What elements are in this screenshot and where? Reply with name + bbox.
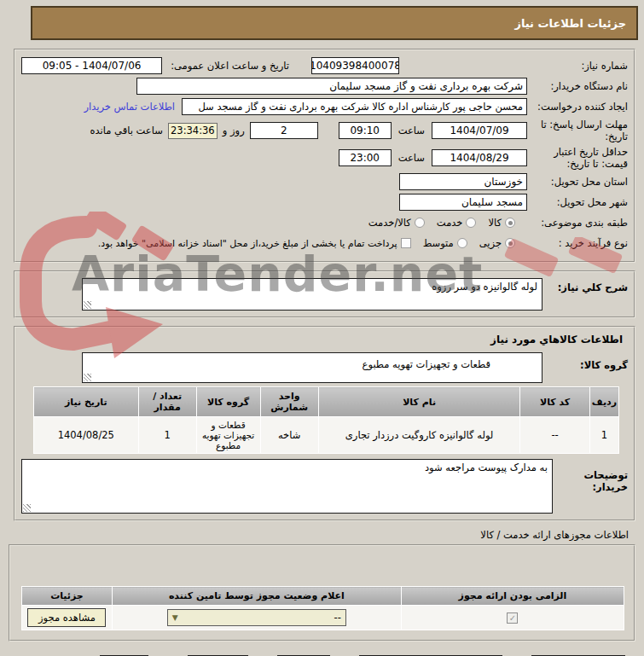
column-header-unit[interactable]: واحد شمارش: [260, 387, 318, 417]
permits-section-title: اطلاعات مجوزهای ارائه خدمت / کالا: [0, 529, 629, 541]
column-header-code[interactable]: کد کالا: [520, 387, 589, 417]
goods-group-label: گروه کالا:: [542, 352, 628, 371]
need-number-label: شماره نیاز:: [527, 60, 628, 72]
classification-service-radio[interactable]: [466, 218, 476, 228]
column-header-radif[interactable]: ردیف: [589, 387, 618, 417]
column-header-permit-details[interactable]: جزئیات: [22, 587, 113, 606]
column-header-permit-required[interactable]: الزامی بودن ارائه مجوز: [401, 587, 624, 606]
column-header-name[interactable]: نام کالا: [318, 387, 520, 417]
process-minor-label: جزیی: [479, 237, 502, 249]
requester-value[interactable]: محسن حاجی پور کارشناس اداره کالا شرکت به…: [182, 98, 527, 115]
cell-qty: 1: [138, 417, 196, 454]
validity-hour-label: ساعت: [398, 152, 425, 164]
time-remaining-value: 23:34:36: [168, 123, 218, 139]
classification-label: طبقه بندی موضوعی:: [527, 217, 628, 229]
deadline-time-value[interactable]: 09:10: [339, 122, 392, 139]
cell-unit: شاخه: [260, 417, 318, 454]
goods-table: ردیف کد کالا نام کالا واحد شمارش گروه کا…: [33, 386, 619, 454]
column-header-permit-status[interactable]: اعلام وضعیت مجوز توسط تامین کننده: [112, 587, 401, 606]
classification-row: طبقه بندی موضوعی: کالا خدمت کالا/خدمت: [21, 213, 628, 232]
buyer-contact-link[interactable]: اطلاعات تماس خریدار: [84, 101, 175, 113]
need-description-panel: شرح کلي نیاز: لوله گالوانیزه دو سر رزوه: [14, 270, 635, 318]
purchase-process-row: نوع فرآیند خرید : جزیی متوسط پرداخت تمام…: [21, 234, 628, 253]
requester-row: ایجاد کننده درخواست: محسن حاجی پور کارشن…: [21, 97, 628, 116]
response-deadline-label: مهلت ارسال پاسخ: تا تاریخ:: [527, 119, 628, 143]
classification-goods-radio[interactable]: [505, 218, 515, 228]
cell-date: 1404/08/25: [34, 417, 139, 454]
permits-table: الزامی بودن ارائه مجوز اعلام وضعیت مجوز …: [21, 586, 624, 630]
province-value[interactable]: خوزستان: [399, 173, 527, 190]
buyer-org-row: نام دستگاه خریدار: شرکت بهره برداری نفت …: [21, 77, 628, 96]
response-deadline-row: مهلت ارسال پاسخ: تا تاریخ: 1404/07/09 سا…: [21, 118, 628, 143]
need-description-label: شرح کلي نیاز:: [542, 278, 628, 293]
price-validity-row: حداقل تاریخ اعتبار قیمت: تا تاریخ: 1404/…: [21, 145, 628, 171]
cell-name: لوله گالوانیزه کاروگیت درزدار تجاری: [318, 417, 520, 454]
province-label: استان محل تحویل:: [527, 176, 628, 188]
city-value[interactable]: مسجد سلیمان: [399, 194, 527, 211]
cell-group: قطعات و تجهیزات تهویه مطبوع: [196, 417, 260, 454]
process-minor-radio[interactable]: [505, 238, 515, 248]
column-header-qty[interactable]: تعداد / مقدار: [138, 387, 196, 417]
purchase-process-label: نوع فرآیند خرید :: [527, 237, 628, 249]
process-medium-label: متوسط: [423, 237, 454, 249]
window-title-text: جزئیات اطلاعات نیاز: [514, 17, 626, 30]
goods-section-title: اطلاعات کالاهاي مورد نیاز: [21, 334, 623, 345]
buyer-notes-label: توضیحات خریدار:: [553, 459, 628, 494]
need-number-row: شماره نیاز: 1104093984000786 تاریخ و ساع…: [21, 56, 628, 75]
window-title: جزئیات اطلاعات نیاز: [31, 6, 638, 40]
days-label: روز و: [223, 125, 245, 136]
announce-datetime-value[interactable]: 1404/07/06 - 09:05: [21, 57, 162, 74]
process-medium-radio[interactable]: [457, 238, 467, 248]
province-row: استان محل تحویل: خوزستان: [21, 172, 628, 191]
validity-time-value[interactable]: 23:00: [339, 149, 392, 166]
city-label: شهر محل تحویل:: [527, 196, 628, 208]
goods-table-header-row: ردیف کد کالا نام کالا واحد شمارش گروه کا…: [34, 387, 619, 417]
need-number-value[interactable]: 1104093984000786: [311, 57, 399, 74]
column-header-group[interactable]: گروه کالا: [196, 387, 260, 417]
announce-datetime-label: تاریخ و ساعت اعلان عمومی:: [171, 60, 289, 72]
buyer-org-label: نام دستگاه خریدار:: [527, 80, 628, 92]
time-remaining-label: ساعت باقي مانده: [90, 125, 163, 136]
classification-service-label: خدمت: [437, 217, 463, 229]
goods-info-panel: اطلاعات کالاهاي مورد نیاز گروه کالا: قطع…: [14, 326, 635, 521]
deadline-hour-label: ساعت: [398, 125, 425, 136]
permit-status-value: --: [334, 612, 341, 624]
treasury-note: پرداخت تمام یا بخشی از مبلغ خرید،از محل …: [98, 238, 397, 249]
city-row: شهر محل تحویل: مسجد سلیمان: [21, 193, 628, 212]
classification-goods-service-radio[interactable]: [415, 218, 425, 228]
column-header-date[interactable]: تاریخ نیاز: [34, 387, 139, 417]
classification-goods-service-label: کالا/خدمت: [368, 217, 411, 229]
goods-table-row[interactable]: 1 -- لوله گالوانیزه کاروگیت درزدار تجاری…: [34, 417, 619, 454]
requester-label: ایجاد کننده درخواست:: [527, 101, 628, 113]
chevron-down-icon: ▼: [172, 613, 178, 622]
permit-required-checkbox[interactable]: ✓: [507, 612, 518, 624]
classification-goods-label: کالا: [488, 217, 502, 229]
need-description-textarea[interactable]: لوله گالوانیزه دو سر رزوه: [82, 278, 542, 311]
permits-panel: الزامی بودن ارائه مجوز اعلام وضعیت مجوز …: [9, 544, 635, 641]
need-info-panel: شماره نیاز: 1104093984000786 تاریخ و ساع…: [14, 49, 635, 263]
permit-status-select[interactable]: -- ▼: [167, 609, 346, 626]
cell-radif: 1: [589, 417, 618, 454]
cell-code: --: [520, 417, 589, 454]
goods-group-textarea[interactable]: قطعات و تجهیزات تهویه مطبوع: [82, 352, 542, 383]
treasury-checkbox[interactable]: [401, 238, 411, 248]
view-permit-button[interactable]: مشاهده مجوز: [27, 608, 106, 627]
permits-row: ✓ -- ▼ مشاهده مجوز: [22, 606, 624, 630]
buyer-notes-textarea[interactable]: به مدارک پیوست مراجعه شود: [21, 459, 553, 514]
days-remaining-value[interactable]: 2: [250, 122, 318, 139]
buyer-org-value[interactable]: شرکت بهره برداری نفت و گاز مسجد سلیمان: [136, 78, 527, 95]
price-validity-label: حداقل تاریخ اعتبار قیمت: تا تاریخ:: [527, 146, 628, 171]
validity-date-value[interactable]: 1404/08/29: [432, 149, 527, 166]
permits-header-row: الزامی بودن ارائه مجوز اعلام وضعیت مجوز …: [22, 587, 624, 606]
deadline-date-value[interactable]: 1404/07/09: [432, 122, 527, 139]
